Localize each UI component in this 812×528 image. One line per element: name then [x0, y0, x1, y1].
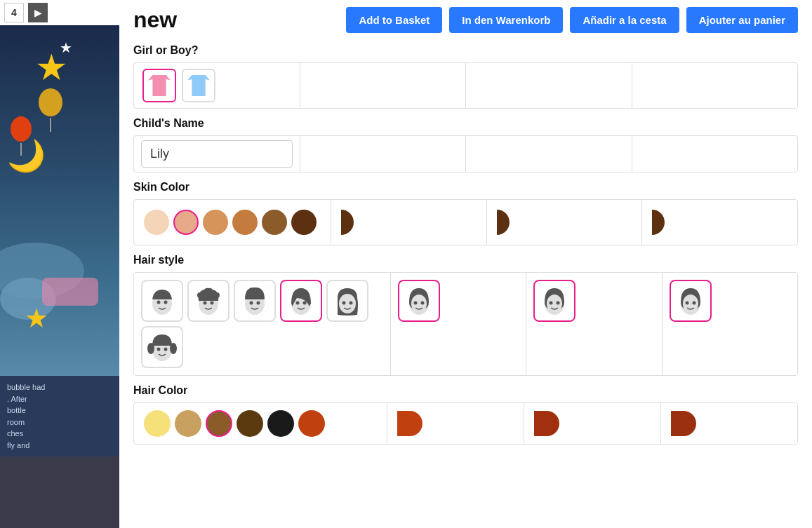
child-name-input[interactable] [141, 140, 293, 168]
hair-color-2[interactable] [175, 410, 201, 437]
name-cell-4 [632, 136, 798, 172]
svg-point-13 [303, 302, 307, 305]
hair-style-section [133, 272, 798, 376]
gender-cell-4 [632, 63, 798, 108]
svg-point-16 [342, 302, 346, 305]
hair-color-4[interactable] [237, 410, 263, 437]
hair-style-2[interactable] [187, 280, 229, 322]
text-line-4: room [7, 417, 112, 428]
skin-extra-1[interactable] [341, 210, 354, 235]
hair-color-extra-dot-1[interactable] [397, 411, 422, 436]
hair-extra-svg-2 [538, 284, 571, 318]
svg-point-33 [685, 302, 688, 305]
svg-point-4 [197, 292, 203, 298]
girl-option[interactable] [142, 69, 176, 102]
hair-style-label: Hair style [133, 254, 798, 266]
svg-point-30 [557, 302, 560, 305]
gender-cell-3 [466, 63, 632, 108]
page-number: 4 [4, 3, 24, 22]
girl-shirt-icon [148, 75, 171, 96]
main-content: new Add to Basket In den Warenkorb Añadi… [119, 0, 812, 528]
hair-color-main-cell [134, 403, 387, 444]
svg-point-15 [339, 294, 356, 313]
skin-color-1[interactable] [144, 210, 169, 235]
name-cell-3 [466, 136, 632, 172]
hair-style-main-cell [134, 273, 391, 375]
boy-shirt-icon [187, 75, 210, 96]
hair-style-5[interactable] [326, 280, 368, 322]
skin-color-5[interactable] [262, 210, 287, 235]
hair-color-1[interactable] [144, 410, 171, 437]
hair-style-extra-2 [526, 273, 662, 375]
sidebar-text: bubble had . After bottle room ches fly … [0, 376, 119, 456]
hair-color-3[interactable] [206, 410, 232, 437]
hair-style-extra-face-1[interactable] [398, 280, 440, 322]
svg-point-10 [257, 302, 260, 305]
skin-extra-3[interactable] [652, 210, 665, 235]
svg-point-24 [411, 295, 427, 313]
hair-face-svg-4 [284, 284, 318, 318]
hair-color-6[interactable] [298, 410, 325, 437]
hair-color-5[interactable] [267, 410, 294, 437]
hair-style-extra-face-2[interactable] [533, 280, 575, 322]
hair-style-6[interactable] [141, 326, 183, 368]
skin-color-3[interactable] [203, 210, 228, 235]
hair-color-extra-3 [661, 403, 797, 444]
svg-point-29 [550, 302, 553, 305]
skin-color-label: Skin Color [133, 181, 798, 194]
svg-point-2 [164, 301, 168, 304]
skin-extra-2[interactable] [497, 210, 510, 235]
bed-shape [42, 278, 98, 306]
hair-face-svg-3 [238, 284, 272, 318]
hair-style-3[interactable] [234, 280, 276, 322]
hair-face-svg-2 [192, 284, 225, 318]
hair-style-extra-face-3[interactable] [670, 280, 712, 322]
skin-cell-main [134, 200, 331, 245]
ajouter-au-panier-button[interactable]: Ajouter au panier [686, 7, 798, 33]
hair-color-extra-dot-3[interactable] [671, 411, 696, 436]
hair-face-svg-1 [145, 284, 179, 318]
text-line-1: bubble had [7, 381, 112, 393]
svg-point-12 [296, 302, 300, 305]
skin-cell-3 [487, 200, 643, 245]
skin-color-4[interactable] [232, 210, 258, 235]
svg-point-1 [157, 301, 161, 304]
sidebar-illustration: ★ ★ 🌙 ★ [0, 25, 119, 376]
text-line-6: fly and [7, 440, 112, 452]
skin-cell-2 [331, 200, 487, 245]
hair-extra-svg-1 [402, 284, 436, 318]
hair-face-svg-6 [145, 330, 179, 364]
svg-point-25 [413, 302, 417, 305]
gender-selector [133, 62, 798, 109]
hair-style-1[interactable] [141, 280, 183, 322]
svg-point-17 [350, 302, 353, 305]
svg-point-19 [147, 343, 154, 354]
skin-color-2[interactable] [173, 210, 199, 235]
svg-point-32 [683, 295, 698, 313]
svg-point-22 [164, 348, 168, 351]
hair-color-extra-dot-2[interactable] [534, 411, 559, 436]
anadir-a-la-cesta-button[interactable]: Añadir a la cesta [570, 7, 679, 33]
skin-color-6[interactable] [291, 210, 317, 235]
child-name-label: Child's Name [133, 117, 798, 130]
boy-option[interactable] [182, 69, 215, 102]
next-page-button[interactable]: ▶ [28, 3, 48, 22]
gender-cell-2 [300, 63, 467, 108]
svg-point-7 [211, 302, 214, 305]
sidebar-top: 4 ▶ [0, 0, 119, 25]
in-den-warenkorb-button[interactable]: In den Warenkorb [449, 7, 563, 33]
name-cell-main [134, 136, 300, 172]
hair-style-4[interactable] [280, 280, 322, 322]
skin-cell-4 [642, 200, 797, 245]
hair-color-extra-1 [387, 403, 524, 444]
text-line-3: bottle [7, 405, 112, 417]
hair-style-extra-3 [663, 273, 797, 375]
name-row [133, 135, 798, 172]
small-star-icon: ★ [60, 39, 72, 56]
gender-label: Girl or Boy? [133, 44, 798, 57]
hair-color-label: Hair Color [133, 384, 798, 397]
name-cell-2 [300, 136, 467, 172]
add-to-basket-button[interactable]: Add to Basket [346, 7, 442, 33]
hair-color-extra-2 [524, 403, 661, 444]
hair-color-section [133, 402, 798, 445]
